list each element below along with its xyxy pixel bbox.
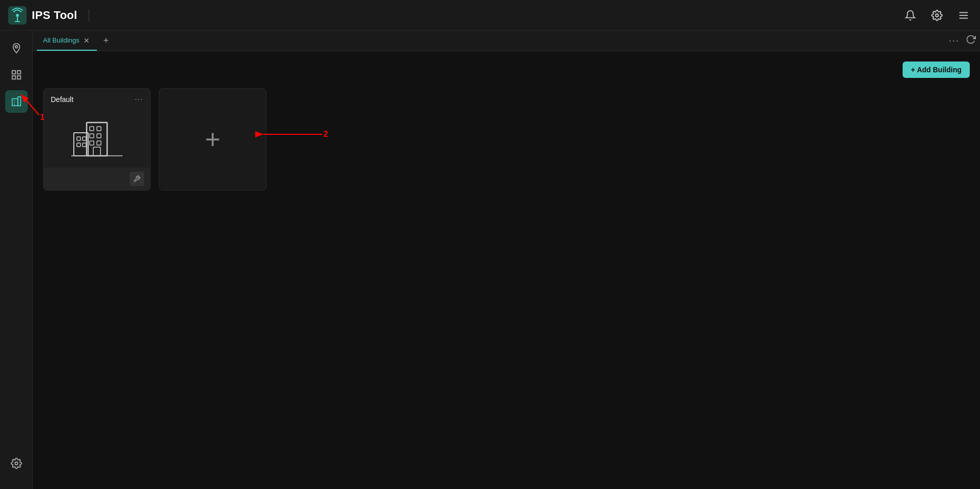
content-area: + Add Building Default ··· bbox=[33, 51, 980, 489]
annotation-arrow-2: 2 bbox=[256, 127, 328, 152]
add-building-card[interactable]: + 2 bbox=[159, 88, 267, 191]
svg-rect-33 bbox=[77, 143, 80, 147]
svg-rect-14 bbox=[17, 97, 21, 106]
svg-rect-29 bbox=[93, 147, 100, 156]
svg-text:2: 2 bbox=[323, 130, 328, 138]
svg-rect-23 bbox=[90, 127, 94, 131]
building-card-title: Default bbox=[51, 95, 73, 104]
sidebar-item-map[interactable] bbox=[5, 37, 28, 59]
svg-point-21 bbox=[15, 462, 18, 465]
app-title: IPS Tool bbox=[32, 9, 77, 22]
main-content: All Buildings ✕ + ··· + Add Building bbox=[33, 31, 980, 489]
svg-rect-26 bbox=[97, 134, 101, 138]
svg-rect-12 bbox=[17, 76, 20, 79]
refresh-icon bbox=[966, 34, 976, 45]
svg-rect-32 bbox=[83, 137, 86, 140]
building-card-wrench-button[interactable] bbox=[130, 172, 144, 186]
wrench-icon bbox=[133, 175, 140, 182]
app-header: IPS Tool bbox=[0, 0, 980, 31]
tab-add-button[interactable]: + bbox=[99, 34, 113, 48]
svg-rect-28 bbox=[97, 141, 101, 145]
hamburger-menu-button[interactable] bbox=[955, 7, 972, 24]
sidebar-item-dashboard[interactable] bbox=[5, 64, 28, 86]
svg-point-4 bbox=[935, 14, 938, 17]
app-logo-icon bbox=[8, 6, 27, 25]
map-icon bbox=[11, 43, 22, 54]
add-building-button[interactable]: + Add Building bbox=[903, 62, 970, 78]
svg-rect-11 bbox=[12, 76, 15, 79]
svg-rect-24 bbox=[97, 127, 101, 131]
app-body: 1 All Buildings ✕ + ··· bbox=[0, 31, 980, 489]
svg-rect-25 bbox=[90, 134, 94, 138]
settings-button[interactable] bbox=[929, 7, 945, 24]
dashboard-icon bbox=[11, 69, 22, 80]
tab-all-buildings[interactable]: All Buildings ✕ bbox=[37, 31, 97, 51]
header-right-actions bbox=[902, 7, 972, 24]
svg-rect-10 bbox=[17, 71, 20, 74]
tab-refresh-button[interactable] bbox=[966, 34, 976, 47]
sidebar-item-settings[interactable] bbox=[5, 452, 28, 475]
building-card-header: Default ··· bbox=[44, 89, 150, 108]
tab-more-options-button[interactable]: ··· bbox=[949, 35, 959, 46]
buildings-grid: Default ··· bbox=[43, 88, 970, 191]
building-card-footer bbox=[44, 168, 150, 190]
sidebar-bottom bbox=[0, 452, 32, 483]
settings-icon bbox=[11, 458, 22, 469]
building-card-menu-button[interactable]: ··· bbox=[135, 95, 143, 104]
gear-icon bbox=[931, 10, 943, 21]
building-card-image bbox=[44, 108, 150, 168]
tab-label: All Buildings bbox=[43, 36, 79, 44]
svg-point-8 bbox=[15, 46, 17, 48]
header-divider bbox=[89, 9, 89, 22]
svg-rect-34 bbox=[83, 143, 86, 147]
content-header: + Add Building bbox=[43, 62, 970, 78]
add-card-icon: + bbox=[205, 124, 220, 155]
building-image-icon bbox=[71, 117, 122, 158]
svg-rect-31 bbox=[77, 137, 80, 140]
sidebar-item-buildings[interactable] bbox=[5, 90, 28, 113]
tab-close-button[interactable]: ✕ bbox=[83, 36, 91, 45]
bell-icon bbox=[905, 10, 916, 21]
svg-rect-9 bbox=[12, 71, 15, 74]
tab-bar-right: ··· bbox=[949, 34, 976, 47]
building-card-default[interactable]: Default ··· bbox=[43, 88, 151, 191]
bell-button[interactable] bbox=[902, 7, 918, 24]
hamburger-icon bbox=[958, 10, 969, 21]
logo-container: IPS Tool bbox=[8, 6, 95, 25]
tab-bar: All Buildings ✕ + ··· bbox=[33, 31, 980, 51]
svg-rect-27 bbox=[90, 141, 94, 145]
buildings-icon bbox=[11, 96, 22, 107]
sidebar: 1 bbox=[0, 31, 33, 489]
